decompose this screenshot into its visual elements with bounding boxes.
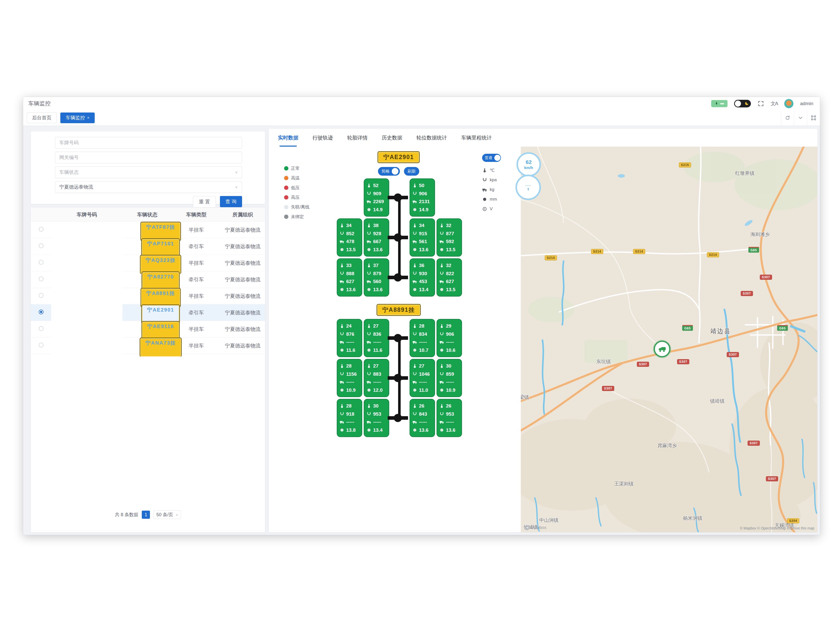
tire-block[interactable]: 27 1046 ----- 11.0 — [410, 359, 435, 397]
unit-item: mm — [482, 194, 501, 204]
tire-block[interactable]: 36 930 453 13.4 — [410, 258, 435, 297]
fullscreen-icon[interactable] — [758, 100, 764, 107]
tire-value: 26 — [446, 403, 451, 408]
detail-tab-1[interactable]: 行驶轨迹 — [313, 129, 333, 147]
table-row[interactable]: 宁AQ323挂 在线 半挂车 宁夏德远泰物流 — [31, 255, 265, 272]
tire-metric: 953 — [366, 412, 387, 417]
detail-tab-5[interactable]: 车辆里程统计 — [461, 129, 492, 147]
tractor-plate: 宁AE2901 — [377, 151, 420, 163]
tire-block[interactable]: 29 906 ----- 10.6 — [437, 319, 462, 357]
tire-block[interactable]: 28 834 ----- 10.7 — [410, 319, 435, 357]
row-radio[interactable] — [39, 326, 44, 331]
tab-vehicle-monitor[interactable]: 车辆监控 × — [60, 112, 95, 123]
table-row[interactable]: 宁AE2901 在线 牵引车 宁夏德远泰物流 — [31, 305, 265, 321]
row-radio[interactable] — [39, 276, 44, 281]
detail-tab-3[interactable]: 历史数据 — [382, 129, 402, 147]
voltage-icon — [482, 207, 487, 212]
tire-metric: 852 — [339, 231, 359, 236]
chevron-down-icon: ∨ — [176, 513, 178, 517]
tire-block[interactable]: 26 843 ----- 13.6 — [410, 399, 435, 437]
cell-org: 宁夏德远泰物流 — [220, 321, 265, 338]
tire-block[interactable]: 24 876 ----- 11.6 — [337, 319, 362, 357]
tire-block[interactable]: 50 906 2131 14.9 — [410, 178, 435, 216]
table-row[interactable]: 宁A82770 在线 牵引车 宁夏德远泰物流 — [31, 272, 265, 288]
tire-value: 883 — [373, 372, 381, 376]
tire-value: 50 — [419, 183, 424, 188]
gateway-number-input[interactable] — [55, 152, 242, 163]
tire-metric: 834 — [412, 332, 432, 336]
detail-tab-2[interactable]: 轮胎详情 — [347, 129, 368, 147]
vehicle-marker[interactable] — [654, 341, 671, 357]
translate-icon[interactable]: 文A — [771, 100, 778, 107]
vehicle-status-select[interactable]: 车辆状态 ∨ — [55, 166, 242, 178]
tire-metric: 36 — [412, 263, 432, 268]
tire-value: 34 — [346, 223, 352, 228]
detail-tab-0[interactable]: 实时数据 — [278, 129, 298, 147]
refresh-icon[interactable] — [781, 110, 794, 125]
tread-icon — [412, 388, 417, 393]
theme-toggle[interactable] — [734, 100, 751, 107]
tire-block[interactable]: 27 836 ----- 11.6 — [364, 319, 389, 357]
road-shield: S307 — [741, 291, 753, 296]
detail-panel: 实时数据行驶轨迹轮胎详情历史数据轮位数据统计车辆里程统计 正常 高温 低压 高压… — [269, 129, 817, 532]
tire-metric: 627 — [439, 279, 459, 284]
tire-block[interactable]: 30 953 ----- 13.4 — [364, 399, 389, 437]
reset-button[interactable]: 重 置 — [193, 196, 216, 208]
table-row[interactable]: 宁AE9116 在线 半挂车 宁夏德远泰物流 — [31, 321, 265, 338]
chevron-down-icon[interactable] — [794, 110, 807, 125]
tab-home[interactable]: 后台首页 — [27, 112, 57, 123]
tire-block[interactable]: 38 928 667 13.6 — [364, 218, 389, 257]
tire-block[interactable]: 34 915 561 13.6 — [410, 218, 435, 257]
tread-icon — [412, 207, 417, 212]
row-radio[interactable] — [39, 260, 44, 265]
tire-block[interactable]: 52 909 2269 14.9 — [364, 178, 389, 216]
thermometer-icon — [366, 263, 371, 268]
eco-badge[interactable] — [711, 100, 728, 107]
tire-block[interactable]: 37 879 560 13.6 — [364, 258, 389, 297]
tire-block[interactable]: 26 953 ----- 13.6 — [437, 399, 462, 437]
tire-block[interactable]: 32 822 627 13.5 — [437, 258, 462, 297]
map-place-label: 东坑镇 — [597, 358, 611, 365]
page-size-select[interactable]: 50 条/页 ∨ — [153, 510, 181, 519]
organization-select[interactable]: 宁夏德远泰物流 ∨ — [55, 181, 242, 193]
map[interactable]: 红墩界镇海则滩乡靖边县东坑镇镇靖镇席麻湾乡王渠则镇杨米涧镇中山涧镇长城镇天赐湾镇… — [521, 147, 817, 532]
avatar[interactable] — [784, 99, 793, 108]
plate-number-input[interactable] — [55, 137, 242, 148]
detail-tab-4[interactable]: 轮位数据统计 — [417, 129, 447, 147]
tab-close-icon[interactable]: × — [87, 115, 89, 120]
row-radio[interactable] — [39, 243, 44, 248]
road-shield: S214 — [707, 252, 719, 257]
units-toggle[interactable]: 普通 — [482, 154, 501, 162]
query-button[interactable]: 查 询 — [220, 196, 242, 207]
tire-block[interactable]: 30 859 ----- 10.9 — [437, 359, 462, 397]
moon-icon — [745, 101, 749, 106]
tire-block[interactable]: 28 1156 ----- 10.9 — [337, 359, 362, 397]
row-radio[interactable] — [39, 343, 44, 347]
table-row[interactable]: 宁ATF87挂 在线 半挂车 宁夏德远泰物流 — [31, 222, 265, 238]
tire-value: 13.6 — [419, 428, 428, 433]
mapbox-logo[interactable]: mapbox — [524, 525, 546, 530]
tire-metric: 478 — [339, 239, 359, 244]
tire-block[interactable]: 33 888 627 13.6 — [337, 258, 362, 297]
road-shield: S307 — [748, 441, 760, 446]
row-radio[interactable] — [39, 309, 44, 314]
legend-label: 低压 — [291, 185, 300, 191]
cell-plate[interactable]: 宁ANA73挂 — [139, 338, 182, 357]
tire-block[interactable]: 28 918 ----- 13.8 — [337, 399, 362, 437]
map-attribution[interactable]: © Mapbox © OpenStreetMap Improve this ma… — [740, 526, 814, 530]
pressure-icon — [339, 412, 344, 417]
brief-toggle[interactable]: 简略 — [378, 167, 400, 176]
tire-block[interactable]: 27 883 ----- 12.0 — [364, 359, 389, 397]
col-status: 车辆状态 — [122, 208, 172, 222]
tire-metric: 883 — [366, 372, 387, 376]
row-radio[interactable] — [39, 227, 44, 232]
table-row[interactable]: 宁ANA73挂 离线 半挂车 宁夏德远泰物流 — [31, 338, 265, 354]
table-row[interactable]: 宁A8891挂 在线 半挂车 宁夏德远泰物流 — [31, 288, 265, 305]
row-radio[interactable] — [39, 293, 44, 298]
exit-fullscreen-icon[interactable] — [807, 110, 820, 125]
tire-block[interactable]: 32 877 592 13.5 — [437, 218, 462, 257]
page-number[interactable]: 1 — [142, 511, 150, 519]
refresh-button[interactable]: 刷新 — [404, 167, 419, 176]
table-row[interactable]: 宁AP7101 在线 牵引车 宁夏德远泰物流 — [31, 238, 265, 255]
tire-block[interactable]: 34 852 478 13.5 — [337, 218, 362, 257]
